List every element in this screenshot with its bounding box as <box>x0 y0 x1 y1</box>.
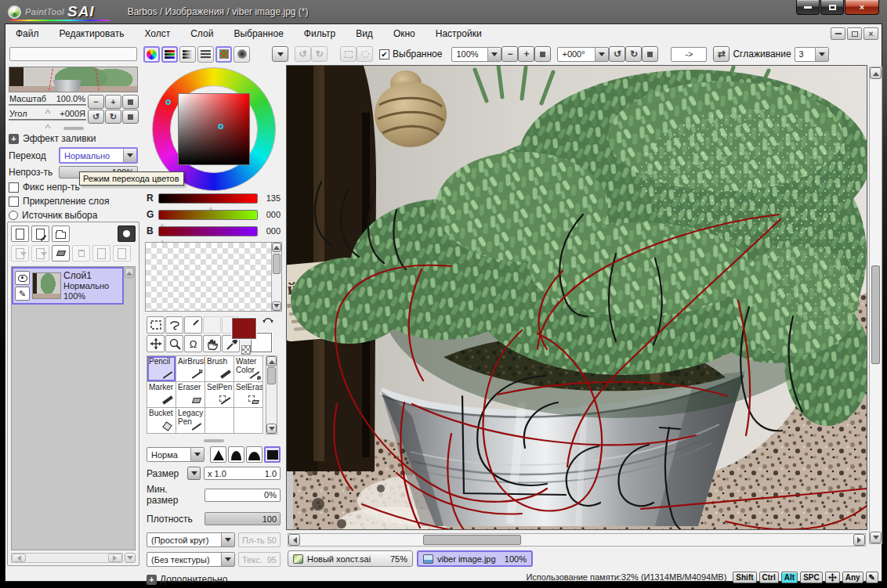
mdi-minimize-button[interactable] <box>831 27 845 40</box>
zoom-combo[interactable]: 100% <box>451 47 501 62</box>
rotate-canvas-tool[interactable]: Ω <box>184 335 202 352</box>
tool-watercolor[interactable]: Water Color <box>234 356 263 382</box>
menu-filter[interactable]: Фильтр <box>294 25 346 42</box>
rotate-reset-button[interactable] <box>642 46 658 62</box>
swatches-scroll-up-button[interactable] <box>272 243 281 252</box>
canvas-scroll-right-button[interactable] <box>853 534 865 546</box>
new-layer-button[interactable] <box>31 225 49 242</box>
sv-marker[interactable] <box>218 124 223 129</box>
clipping-checkbox[interactable] <box>9 197 19 207</box>
layer-visibility-button[interactable] <box>15 271 30 285</box>
rgb-slider-toggle[interactable] <box>161 46 178 63</box>
foreground-color-swatch[interactable] <box>232 318 256 339</box>
fix-opacity-checkbox[interactable] <box>9 182 19 193</box>
brush-edge-hard-button[interactable] <box>210 446 226 463</box>
hand-tool[interactable] <box>203 335 221 352</box>
scrollbar-thumb[interactable] <box>871 265 880 364</box>
scrollbar-thumb[interactable] <box>267 367 276 384</box>
color-wheel-toggle[interactable] <box>143 46 160 63</box>
slider-thumb[interactable] <box>45 106 51 114</box>
menu-file[interactable]: Файл <box>5 25 49 42</box>
min-size-slider[interactable]: 0% <box>205 489 281 502</box>
canvas-viewport[interactable]: йський <box>286 65 867 530</box>
smoothing-combo[interactable]: 3 <box>795 47 829 62</box>
selection-transform-button[interactable] <box>357 46 373 62</box>
zoom-out-button[interactable]: − <box>501 46 518 62</box>
layer-h-scrollbar[interactable] <box>11 553 123 563</box>
angle-combo[interactable]: +000° <box>557 47 609 62</box>
maximize-button[interactable] <box>820 0 844 15</box>
scrollbar-thumb[interactable] <box>273 254 281 274</box>
g-channel-slider[interactable] <box>158 210 258 220</box>
canvas-h-scrollbar[interactable] <box>288 533 866 547</box>
rotate-cw-button[interactable]: ↻ <box>625 46 642 62</box>
brush-shape-dropdown-button[interactable] <box>221 533 234 547</box>
zoom-tool[interactable] <box>165 335 183 352</box>
zoom-in-button[interactable]: + <box>518 46 534 62</box>
canvas-v-scrollbar[interactable] <box>869 67 882 544</box>
tab-viber-image[interactable]: viber image.jpg 100% <box>417 550 533 567</box>
brush-shape-combo[interactable]: (Простой круг) <box>147 532 235 547</box>
nav-rotate-cw-button[interactable]: ↻ <box>105 110 121 124</box>
canvas-image[interactable]: йський <box>287 66 867 529</box>
panel-divider-handle[interactable] <box>63 127 84 130</box>
magic-wand-tool[interactable] <box>184 316 202 334</box>
tool-grid-scrollbar[interactable] <box>266 355 277 435</box>
r-channel-slider[interactable] <box>158 193 258 204</box>
menu-selection[interactable]: Выбранное <box>223 25 293 42</box>
brush-edge-flat-button[interactable] <box>264 446 281 463</box>
b-channel-slider[interactable] <box>158 226 258 236</box>
hsv-slider-toggle[interactable] <box>179 46 196 63</box>
tool-airbrush[interactable]: AirBrush <box>176 356 205 382</box>
blend-mode-dropdown-button[interactable] <box>123 149 136 162</box>
mdi-close-button[interactable]: × <box>863 27 878 40</box>
deselect-button[interactable] <box>340 46 357 62</box>
angle-dropdown-button[interactable] <box>595 48 608 61</box>
density-slider[interactable]: 100 <box>205 512 281 525</box>
tool-eraser[interactable]: Eraser <box>176 382 205 408</box>
color-mixer-toggle[interactable] <box>197 46 214 63</box>
move-tool[interactable] <box>147 335 165 352</box>
zoom-dropdown-button[interactable] <box>487 48 501 61</box>
brush-texture-dropdown-button[interactable] <box>221 553 234 566</box>
navigator-preview[interactable] <box>9 67 138 92</box>
brush-edge-mid2-button[interactable] <box>246 446 262 463</box>
canvas-scroll-left-button[interactable] <box>288 534 300 546</box>
tab-new-canvas[interactable]: Новый холст.sai 75% <box>288 550 413 567</box>
lasso-tool[interactable] <box>165 316 183 334</box>
tool-scroll-up-button[interactable] <box>266 356 277 366</box>
menu-edit[interactable]: Редактировать <box>49 25 135 42</box>
tool-scroll-down-button[interactable] <box>266 424 277 434</box>
layer-row-sloy1[interactable]: ✎ Слой1 Нормально 100% <box>12 267 124 305</box>
hue-marker[interactable] <box>165 99 171 105</box>
swatches-toggle[interactable] <box>215 46 232 63</box>
tool-pencil[interactable]: Pencil <box>147 356 176 382</box>
toolbar-dropdown-button[interactable] <box>272 46 288 62</box>
menu-layer[interactable]: Слой <box>180 25 223 42</box>
new-layer-set-button[interactable] <box>52 225 70 242</box>
zoom-reset-button[interactable] <box>534 46 551 62</box>
rotate-ccw-button[interactable]: ↺ <box>609 46 625 62</box>
flip-button[interactable]: ⇄ <box>713 46 730 62</box>
layer-scroll-up-button[interactable] <box>125 268 134 278</box>
redo-button[interactable]: ↻ <box>311 46 328 62</box>
mdi-restore-button[interactable] <box>847 27 862 40</box>
nav-zoom-in-button[interactable]: + <box>105 95 121 109</box>
canvas-scroll-down-button[interactable] <box>870 532 882 543</box>
merge-down-button[interactable] <box>31 245 49 262</box>
swatches-empty-area[interactable] <box>146 243 271 311</box>
new-canvas-button[interactable] <box>11 225 29 242</box>
tool-brush[interactable]: Brush <box>205 356 234 382</box>
layer-scroll-down-button[interactable] <box>125 553 136 563</box>
blend-mode-combo[interactable]: Нормально <box>59 147 138 164</box>
advanced-expand-button[interactable]: + <box>147 575 157 585</box>
saturation-value-square[interactable] <box>178 93 250 165</box>
tool-selpen[interactable]: SelPen <box>205 382 234 408</box>
brush-mode-combo[interactable]: Норма <box>147 447 205 462</box>
swap-colors-icon[interactable] <box>262 314 274 324</box>
canvas-scroll-up-button[interactable] <box>870 67 882 79</box>
scratchpad-toggle[interactable] <box>234 46 250 63</box>
tool-bucket[interactable]: Bucket <box>147 408 176 434</box>
delete-layer-button[interactable] <box>72 245 90 262</box>
paint-effect-expand-button[interactable]: + <box>9 134 19 144</box>
